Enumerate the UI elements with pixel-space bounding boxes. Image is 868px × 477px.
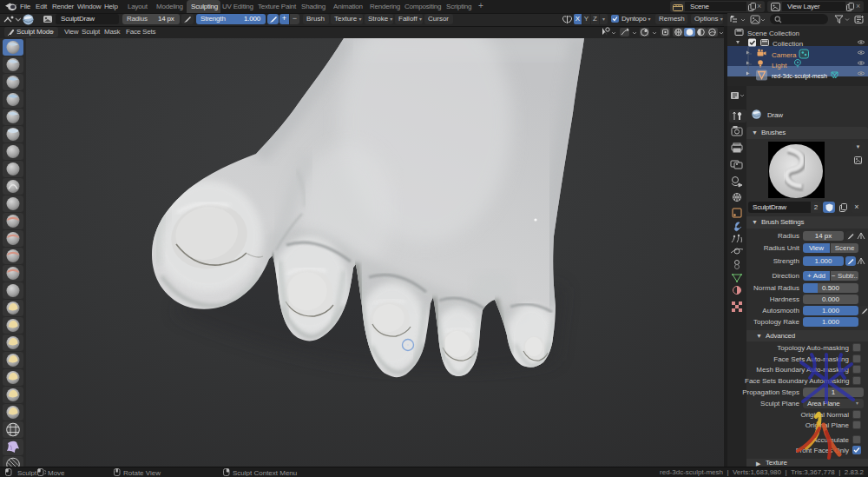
svg-text:red-3dc-sculpt-mesh: red-3dc-sculpt-mesh [772,72,827,80]
svg-text:Collection: Collection [773,40,803,48]
svg-text:Rotate View: Rotate View [123,469,161,477]
svg-text:Move: Move [48,469,65,477]
svg-text:Scene Collection: Scene Collection [747,30,799,37]
svg-text:Sculpt: Sculpt [17,469,37,477]
svg-text:Sculpt Context Menu: Sculpt Context Menu [233,469,297,477]
svg-text:Light: Light [772,62,787,70]
svg-text:Camera: Camera [772,51,797,59]
